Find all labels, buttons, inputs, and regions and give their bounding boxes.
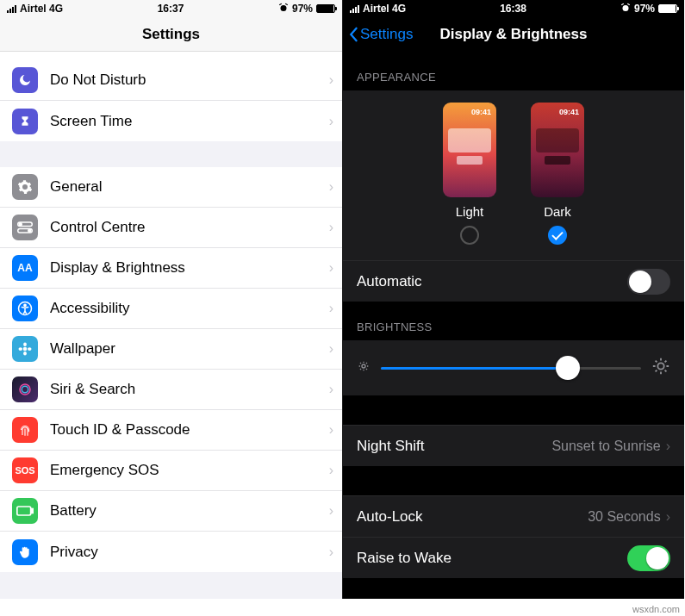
chevron-right-icon: ›	[666, 439, 670, 454]
dark-radio[interactable]	[548, 226, 567, 245]
chevron-right-icon: ›	[329, 72, 333, 88]
back-button[interactable]: Settings	[348, 26, 413, 43]
brightness-row	[343, 340, 684, 395]
chevron-right-icon: ›	[329, 463, 333, 478]
display-brightness-screen: Airtel 4G 16:38 97% Settings Display & B…	[342, 0, 684, 599]
appearance-light-option[interactable]: 09:41 Light	[443, 103, 496, 245]
battery-pct: 97%	[292, 3, 313, 15]
carrier-label: Airtel 4G	[363, 3, 406, 15]
back-label: Settings	[360, 26, 413, 43]
hand-icon	[12, 539, 38, 565]
light-radio[interactable]	[460, 226, 479, 245]
nav-bar: Settings	[0, 17, 342, 52]
raise-to-wake-label: Raise to Wake	[357, 550, 627, 567]
nav-bar: Settings Display & Brightness	[343, 17, 684, 52]
row-label: Control Centre	[50, 219, 329, 236]
chevron-right-icon: ›	[329, 422, 333, 438]
raise-to-wake-row[interactable]: Raise to Wake	[343, 537, 684, 578]
auto-lock-label: Auto-Lock	[357, 508, 588, 526]
svg-point-12	[19, 347, 23, 351]
row-wallpaper[interactable]: Wallpaper ›	[0, 329, 342, 370]
row-accessibility[interactable]: Accessibility ›	[0, 289, 342, 329]
status-time: 16:38	[500, 3, 526, 15]
hourglass-icon	[12, 109, 38, 134]
raise-to-wake-switch[interactable]	[627, 545, 670, 571]
row-privacy[interactable]: Privacy ›	[0, 532, 342, 572]
siri-icon	[12, 376, 38, 402]
battery-icon	[316, 4, 335, 13]
row-label: Emergency SOS	[50, 462, 329, 479]
row-label: Siri & Search	[50, 381, 329, 398]
brightness-slider[interactable]	[381, 356, 641, 380]
status-time: 16:37	[158, 3, 184, 15]
chevron-right-icon: ›	[329, 341, 333, 357]
accessibility-icon	[12, 296, 38, 321]
chevron-right-icon: ›	[329, 179, 333, 195]
status-bar: Airtel 4G 16:38 97%	[343, 0, 684, 17]
fingerprint-icon	[12, 417, 38, 443]
sun-small-icon	[357, 359, 371, 376]
automatic-row[interactable]: Automatic	[343, 260, 684, 302]
row-label: Do Not Disturb	[50, 72, 329, 89]
auto-lock-row[interactable]: Auto-Lock 30 Seconds ›	[343, 495, 684, 537]
sun-large-icon	[651, 357, 670, 379]
sos-icon: SOS	[12, 457, 38, 483]
night-shift-value: Sunset to Sunrise	[551, 439, 660, 454]
night-shift-row[interactable]: Night Shift Sunset to Sunrise ›	[343, 425, 684, 466]
night-shift-label: Night Shift	[357, 438, 551, 455]
svg-point-15	[22, 386, 28, 393]
row-siri[interactable]: Siri & Search ›	[0, 370, 342, 410]
row-general[interactable]: General ›	[0, 167, 342, 208]
row-battery[interactable]: Battery ›	[0, 491, 342, 532]
svg-rect-20	[627, 3, 630, 4]
row-label: Touch ID & Passcode	[50, 421, 329, 439]
appearance-dark-option[interactable]: 09:41 Dark	[531, 103, 584, 245]
chevron-right-icon: ›	[329, 114, 333, 129]
svg-point-9	[23, 347, 28, 352]
row-display-brightness[interactable]: AA Display & Brightness ›	[0, 248, 342, 289]
automatic-label: Automatic	[357, 273, 627, 290]
text-size-icon: AA	[12, 255, 38, 281]
svg-rect-17	[32, 509, 34, 513]
signal-icon	[350, 5, 359, 13]
svg-point-10	[23, 343, 27, 347]
watermark: wsxdn.com	[632, 604, 680, 614]
svg-point-6	[28, 229, 31, 232]
chevron-right-icon: ›	[666, 509, 670, 525]
battery-icon	[658, 4, 677, 13]
svg-point-8	[24, 304, 26, 306]
row-label: Wallpaper	[50, 340, 329, 358]
row-sos[interactable]: SOS Emergency SOS ›	[0, 451, 342, 491]
svg-rect-2	[285, 3, 288, 4]
chevron-right-icon: ›	[329, 260, 333, 276]
svg-point-4	[19, 223, 22, 226]
svg-rect-16	[17, 507, 31, 515]
brightness-header: BRIGHTNESS	[343, 302, 684, 340]
automatic-switch[interactable]	[627, 269, 670, 295]
status-bar: Airtel 4G 16:37 97%	[0, 0, 342, 17]
page-title: Settings	[142, 26, 200, 43]
flower-icon	[12, 336, 38, 362]
row-label: General	[50, 178, 329, 196]
light-thumb: 09:41	[443, 103, 496, 197]
row-touchid[interactable]: Touch ID & Passcode ›	[0, 410, 342, 451]
chevron-right-icon: ›	[329, 301, 333, 316]
alarm-icon	[620, 3, 631, 16]
appearance-header: APPEARANCE	[343, 52, 684, 90]
svg-point-22	[657, 363, 663, 369]
dark-label: Dark	[544, 204, 571, 219]
row-label: Display & Brightness	[50, 259, 329, 277]
row-dnd[interactable]: Do Not Disturb ›	[0, 60, 342, 101]
row-label: Accessibility	[50, 300, 329, 317]
alarm-icon	[278, 3, 289, 16]
battery-row-icon	[12, 498, 38, 524]
svg-point-21	[362, 364, 365, 368]
row-label: Screen Time	[50, 113, 329, 130]
chevron-right-icon: ›	[329, 503, 333, 519]
row-label: Battery	[50, 502, 329, 520]
row-control-centre[interactable]: Control Centre ›	[0, 208, 342, 248]
light-label: Light	[456, 204, 484, 219]
chevron-right-icon: ›	[329, 544, 333, 560]
dark-thumb: 09:41	[531, 103, 584, 197]
row-screentime[interactable]: Screen Time ›	[0, 101, 342, 141]
